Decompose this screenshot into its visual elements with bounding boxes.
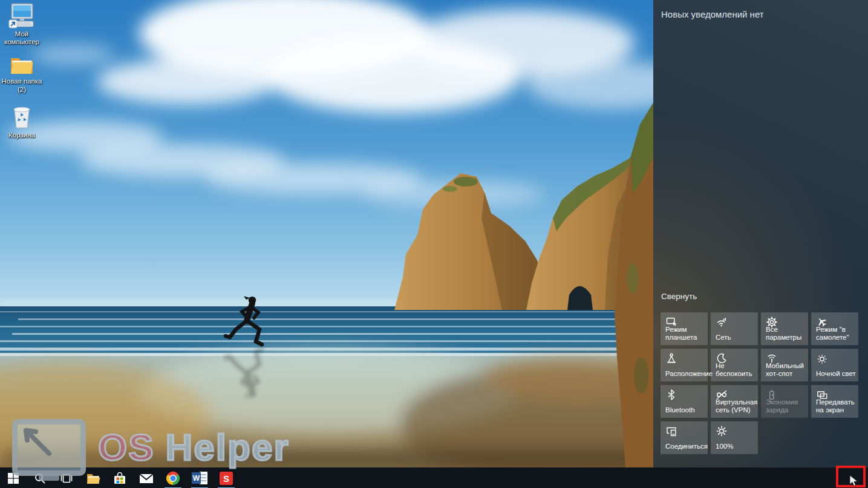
bluetooth-icon: [665, 389, 677, 401]
taskbar: W S: [0, 467, 868, 488]
qa-tile-brightness[interactable]: 100%: [711, 421, 758, 454]
night-light-icon: [816, 352, 828, 364]
qa-tile-tablet-mode[interactable]: Режим планшета: [661, 312, 708, 345]
search-icon: [34, 472, 46, 484]
my-computer-icon: [7, 2, 36, 29]
qa-tile-project[interactable]: Передавать на экран: [811, 385, 858, 418]
desktop-icon-label: Корзина: [1, 131, 42, 139]
folder-icon: [9, 54, 34, 76]
task-view-icon: [60, 472, 73, 484]
action-center-panel: Новых уведомлений нет Свернуть Режим пла…: [653, 0, 868, 467]
qa-tile-vpn[interactable]: Виртуальная сеть (VPN): [711, 385, 758, 418]
desktop-icon-new-folder[interactable]: Новая папка (2): [1, 54, 42, 93]
qa-tile-night-light[interactable]: Ночной свет: [811, 349, 858, 381]
network-icon: [716, 316, 728, 328]
collapse-link[interactable]: Свернуть: [661, 292, 697, 301]
qa-tile-all-settings[interactable]: Все параметры: [761, 312, 808, 345]
s-app-icon: S: [220, 472, 233, 485]
qa-tile-bluetooth[interactable]: Bluetooth: [661, 385, 708, 418]
search-button[interactable]: [27, 468, 53, 488]
start-button[interactable]: [0, 468, 27, 488]
chrome-button[interactable]: [160, 468, 186, 488]
qa-tile-mobile-hotspot[interactable]: Мобильный хот-спот: [761, 349, 808, 381]
recycle-bin-icon: [10, 102, 34, 130]
microsoft-store-button[interactable]: [106, 468, 133, 488]
qa-tile-location[interactable]: Расположение: [661, 349, 708, 381]
qa-tile-network[interactable]: Сеть: [711, 312, 758, 345]
task-view-button[interactable]: [53, 468, 80, 488]
mail-button[interactable]: [133, 468, 160, 488]
word-button[interactable]: W: [186, 468, 213, 488]
wallpaper-beach: [0, 0, 653, 467]
desktop-icon-label: Новая папка (2): [1, 77, 42, 93]
desktop-icon-label: Мой компьютер: [1, 30, 42, 46]
location-icon: [665, 352, 677, 364]
connect-icon: [665, 425, 677, 437]
chrome-icon: [166, 471, 180, 486]
word-icon: W: [192, 471, 207, 486]
desktop-icon-list: Мой компьютер Новая папка (2) Корзина: [1, 2, 44, 148]
desktop-icon-my-computer[interactable]: Мой компьютер: [1, 2, 42, 46]
qa-tile-battery-saver[interactable]: Экономия заряда: [761, 385, 808, 418]
red-highlight-annotation: [836, 466, 866, 487]
s-app-button[interactable]: S: [213, 468, 240, 488]
windows-logo-icon: [7, 472, 19, 484]
desktop-icon-recycle-bin[interactable]: Корзина: [1, 102, 42, 139]
no-notifications-text: Новых уведомлений нет: [661, 9, 764, 19]
mail-icon: [139, 472, 154, 484]
qa-tile-quiet-hours[interactable]: Не беспокоить: [711, 349, 758, 381]
brightness-icon: [716, 425, 728, 437]
quick-actions-grid: Режим планшета Сеть Все параметры: [661, 312, 858, 454]
file-explorer-button[interactable]: [80, 468, 106, 488]
file-explorer-icon: [86, 472, 100, 485]
qa-tile-connect[interactable]: Соединиться: [661, 421, 708, 454]
microsoft-store-icon: [113, 471, 127, 486]
windows-desktop: Мой компьютер Новая папка (2) Корзина: [0, 0, 868, 488]
qa-tile-airplane-mode[interactable]: Режим "в самолете": [811, 312, 858, 345]
